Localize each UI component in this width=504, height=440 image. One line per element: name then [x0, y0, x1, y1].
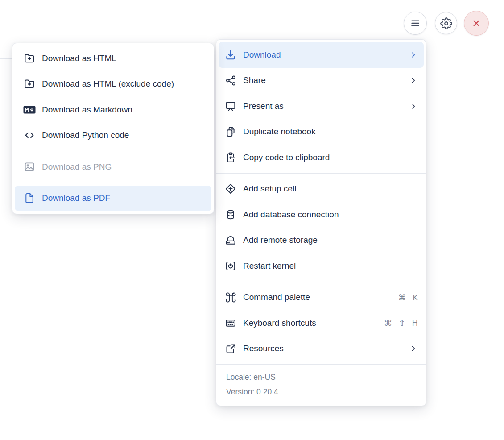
submenu-section-formats: Download as HTML Download as HTML (exclu…: [12, 43, 214, 151]
power-icon: [224, 260, 237, 272]
menu-item-copy-code[interactable]: Copy code to clipboard: [216, 145, 426, 170]
menu-item-label: Copy code to clipboard: [243, 153, 418, 162]
menu-item-duplicate-notebook[interactable]: Duplicate notebook: [216, 119, 426, 145]
background-divider: [0, 88, 12, 88]
keyboard-icon: [224, 317, 237, 329]
chevron-right-icon: [409, 102, 418, 111]
close-icon: [471, 18, 482, 29]
menu-section-tools: Command palette ⌘ K Keyboard shortcuts: [216, 282, 426, 365]
menu-item-label: Add database connection: [243, 210, 418, 220]
menu-section-export: Download Share: [216, 40, 426, 173]
clipboard-paste-icon: [224, 151, 237, 164]
background-divider: [0, 58, 12, 59]
menu-item-label: Resources: [243, 344, 403, 353]
submenu-item-download-python[interactable]: Download Python code: [12, 123, 214, 149]
duplicate-icon: [224, 125, 237, 138]
notebook-menu: Download Share: [216, 39, 426, 406]
menu-item-label: Restart kernel: [243, 261, 418, 271]
shortcut-hint: ⌘ ⇧ H: [384, 318, 418, 328]
submenu-section-png: Download as PNG: [12, 151, 214, 183]
markdown-icon: [23, 104, 36, 116]
share-icon: [224, 74, 237, 87]
menu-item-label: Download as PNG: [42, 162, 206, 172]
submenu-item-download-html-no-code[interactable]: Download as HTML (exclude code): [12, 71, 214, 97]
diamond-plus-icon: [224, 183, 237, 195]
menu-item-label: Add remote storage: [243, 235, 418, 245]
menu-item-label: Download Python code: [42, 130, 206, 140]
menu-item-label: Duplicate notebook: [243, 127, 418, 137]
folder-download-icon: [23, 78, 36, 90]
file-icon: [23, 192, 36, 204]
close-button[interactable]: [464, 11, 489, 36]
menu-item-keyboard-shortcuts[interactable]: Keyboard shortcuts ⌘ ⇧ H: [216, 310, 426, 336]
command-icon: [224, 291, 237, 303]
menu-item-label: Present as: [243, 101, 403, 111]
submenu-item-download-pdf[interactable]: Download as PDF: [15, 186, 211, 212]
locale-text: Locale: en-US: [226, 370, 416, 385]
menu-item-restart-kernel[interactable]: Restart kernel: [216, 253, 426, 279]
external-link-icon: [224, 342, 237, 355]
submenu-item-download-markdown[interactable]: Download as Markdown: [12, 97, 214, 123]
menu-item-resources[interactable]: Resources: [216, 336, 426, 362]
gear-icon: [440, 17, 452, 29]
submenu-item-download-html[interactable]: Download as HTML: [12, 46, 214, 71]
menu-item-label: Add setup cell: [243, 184, 418, 194]
menu-item-add-database[interactable]: Add database connection: [216, 202, 426, 228]
menu-item-add-remote-storage[interactable]: Add remote storage: [216, 228, 426, 253]
menu-item-label: Command palette: [243, 292, 392, 302]
hamburger-menu-button[interactable]: [404, 12, 427, 35]
download-submenu: Download as HTML Download as HTML (exclu…: [12, 43, 214, 214]
storage-drive-icon: [224, 234, 237, 246]
menu-item-add-setup-cell[interactable]: Add setup cell: [216, 176, 426, 202]
presentation-icon: [224, 100, 237, 112]
hamburger-icon: [409, 17, 421, 29]
menu-item-label: Download as HTML: [42, 54, 206, 63]
menu-item-command-palette[interactable]: Command palette ⌘ K: [216, 285, 426, 311]
menu-item-label: Keyboard shortcuts: [243, 318, 378, 328]
menu-item-label: Download as Markdown: [42, 105, 206, 115]
menu-item-label: Download as HTML (exclude code): [42, 79, 206, 89]
chevron-right-icon: [409, 50, 418, 59]
download-icon: [224, 49, 237, 61]
code-icon: [23, 129, 36, 141]
chevron-right-icon: [409, 76, 418, 85]
app-stage: Download Share: [0, 0, 504, 440]
menu-footer: Locale: en-US Version: 0.20.4: [216, 364, 426, 406]
submenu-section-pdf: Download as PDF: [12, 183, 214, 214]
database-icon: [224, 208, 237, 221]
submenu-item-download-png[interactable]: Download as PNG: [12, 154, 214, 180]
chevron-right-icon: [409, 344, 418, 353]
shortcut-hint: ⌘ K: [398, 293, 418, 302]
image-icon: [23, 161, 36, 173]
settings-button[interactable]: [435, 12, 457, 34]
menu-section-notebook: Add setup cell Add database connection: [216, 173, 426, 282]
menu-item-present-as[interactable]: Present as: [216, 93, 426, 119]
menu-item-label: Share: [243, 75, 403, 85]
menu-item-share[interactable]: Share: [216, 68, 426, 94]
menu-item-download[interactable]: Download: [219, 42, 424, 68]
menu-item-label: Download as PDF: [42, 193, 203, 203]
menu-item-label: Download: [243, 50, 403, 60]
version-text: Version: 0.20.4: [226, 385, 416, 399]
folder-download-icon: [23, 52, 36, 65]
